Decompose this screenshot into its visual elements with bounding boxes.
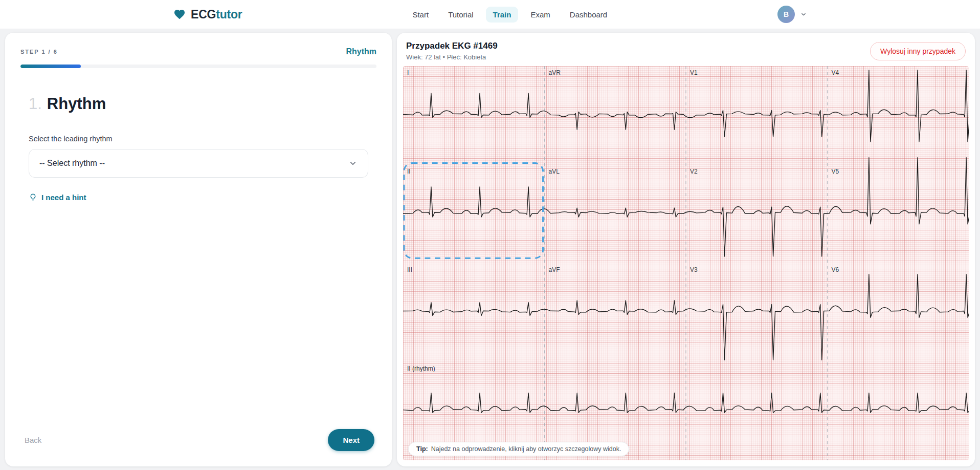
question-number: 1. — [29, 95, 42, 113]
nav-exam[interactable]: Exam — [523, 7, 557, 23]
lead-label-III[interactable]: III — [407, 266, 412, 273]
ecg-paper[interactable]: Tip: Najedz na odprowadzenie, kliknij ab… — [403, 66, 969, 460]
progress-bar — [20, 65, 376, 68]
lightbulb-icon — [29, 193, 37, 202]
nav-start[interactable]: Start — [405, 7, 436, 23]
top-bar: ECGtutor Start Tutorial Train Exam Dashb… — [0, 0, 980, 29]
wizard-footer: Back Next — [20, 429, 376, 454]
question-title: 1.Rhythm — [29, 95, 368, 113]
lead-label-II-rhythm-[interactable]: II (rhythm) — [407, 365, 435, 372]
step-indicator: STEP 1 / 6 — [20, 49, 58, 55]
ecg-case-panel: Przypadek EKG #1469 Wiek: 72 lat • Płeć:… — [397, 33, 975, 466]
rhythm-select-value: -- Select rhythm -- — [39, 159, 105, 168]
app-logo: ECGtutor — [173, 8, 242, 22]
rhythm-select[interactable]: -- Select rhythm -- — [29, 149, 368, 178]
user-menu[interactable]: B — [777, 6, 807, 23]
progress-fill — [20, 65, 81, 68]
question-label: Select the leading rhythm — [29, 135, 368, 143]
case-meta: Wiek: 72 lat • Płeć: Kobieta — [406, 53, 498, 61]
nav-train[interactable]: Train — [486, 7, 519, 23]
hint-label: I need a hint — [41, 193, 86, 202]
nav-dashboard[interactable]: Dashboard — [563, 7, 614, 23]
reroll-case-button[interactable]: Wylosuj inny przypadek — [870, 42, 966, 60]
ecg-traces — [403, 66, 969, 460]
lead-label-V2[interactable]: V2 — [690, 168, 698, 175]
next-button[interactable]: Next — [328, 429, 374, 451]
nav-tutorial[interactable]: Tutorial — [441, 7, 480, 23]
lead-label-V1[interactable]: V1 — [690, 69, 698, 76]
main-content: STEP 1 / 6 Rhythm 1.Rhythm Select the le… — [0, 29, 980, 470]
lead-label-V3[interactable]: V3 — [690, 266, 698, 273]
lead-label-V5[interactable]: V5 — [832, 168, 839, 175]
hint-link[interactable]: I need a hint — [29, 193, 368, 202]
ecg-trace-row-3 — [403, 393, 969, 413]
app-title: ECGtutor — [191, 8, 242, 22]
lead-label-aVL[interactable]: aVL — [549, 168, 560, 175]
lead-label-aVF[interactable]: aVF — [549, 266, 560, 273]
tip-bubble: Tip: Najedz na odprowadzenie, kliknij ab… — [408, 442, 629, 456]
question-panel: STEP 1 / 6 Rhythm 1.Rhythm Select the le… — [5, 33, 392, 466]
main-nav: Start Tutorial Train Exam Dashboard — [405, 7, 614, 23]
lead-label-V4[interactable]: V4 — [832, 69, 839, 76]
lead-label-I[interactable]: I — [407, 69, 409, 76]
selected-lead-box[interactable] — [404, 163, 543, 259]
select-chevron-icon — [348, 159, 358, 168]
tip-text: Najedz na odprowadzenie, kliknij aby otw… — [431, 445, 621, 453]
back-button[interactable]: Back — [25, 436, 41, 444]
step-name: Rhythm — [346, 47, 376, 56]
lead-label-II[interactable]: II — [407, 168, 411, 175]
tip-label: Tip: — [416, 445, 428, 453]
heart-icon — [173, 8, 186, 20]
chevron-down-icon[interactable] — [800, 11, 807, 18]
case-info: Przypadek EKG #1469 Wiek: 72 lat • Płeć:… — [406, 41, 498, 61]
avatar[interactable]: B — [777, 6, 795, 23]
lead-label-V6[interactable]: V6 — [832, 266, 839, 273]
lead-label-aVR[interactable]: aVR — [549, 69, 561, 76]
case-title: Przypadek EKG #1469 — [406, 41, 498, 51]
